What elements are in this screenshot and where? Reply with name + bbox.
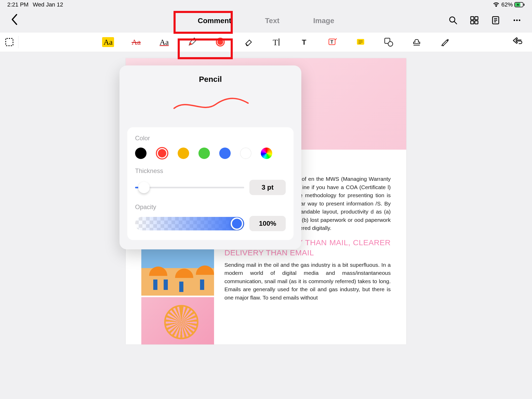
svg-rect-1 bbox=[524, 4, 524, 6]
shapes-tool[interactable] bbox=[382, 36, 395, 48]
battery-icon bbox=[514, 2, 525, 7]
area-select-tool[interactable] bbox=[5, 37, 14, 47]
color-label: Color bbox=[135, 135, 286, 142]
callout-tool[interactable]: T bbox=[326, 36, 339, 48]
highlight-tool[interactable]: Aa bbox=[102, 36, 114, 48]
svg-point-13 bbox=[514, 19, 515, 21]
color-swatch-custom[interactable] bbox=[261, 148, 272, 159]
document-image-2 bbox=[141, 297, 214, 344]
pencil-tool[interactable] bbox=[186, 36, 198, 48]
thickness-slider-knob[interactable] bbox=[138, 182, 150, 193]
wifi-icon bbox=[493, 2, 500, 8]
color-swatch-yellow[interactable] bbox=[178, 148, 189, 159]
thickness-slider[interactable] bbox=[135, 187, 244, 188]
svg-text:T: T bbox=[273, 38, 278, 47]
svg-text:T: T bbox=[302, 38, 306, 46]
status-bar: 2:21 PM Wed Jan 12 62% bbox=[0, 0, 532, 9]
search-icon[interactable] bbox=[448, 16, 458, 26]
svg-text:T: T bbox=[330, 39, 333, 45]
svg-rect-5 bbox=[471, 17, 474, 20]
stroke-preview bbox=[119, 89, 301, 120]
opacity-value: 100% bbox=[249, 216, 286, 231]
status-date: Wed Jan 12 bbox=[33, 1, 63, 8]
toolbar-divider bbox=[18, 36, 18, 48]
text-box-tool[interactable]: T bbox=[270, 36, 283, 48]
tab-image[interactable]: Image bbox=[313, 17, 334, 25]
thickness-value: 3 pt bbox=[249, 180, 286, 195]
pencil-settings-popover: Pencil Color Thickness 3 pt Opacity bbox=[119, 65, 301, 249]
svg-rect-6 bbox=[475, 17, 478, 20]
document-image-1 bbox=[141, 248, 214, 296]
undo-button[interactable] bbox=[512, 37, 523, 47]
more-icon[interactable] bbox=[512, 16, 522, 26]
opacity-slider-knob[interactable] bbox=[231, 217, 243, 230]
strikethrough-tool[interactable]: Aa bbox=[130, 36, 142, 48]
back-button[interactable] bbox=[10, 14, 18, 28]
battery-percent: 62% bbox=[501, 1, 513, 8]
color-swatch-red[interactable] bbox=[156, 147, 168, 159]
opacity-slider[interactable] bbox=[135, 217, 244, 230]
opacity-label: Opacity bbox=[135, 203, 286, 211]
bookmarks-icon[interactable] bbox=[491, 16, 500, 26]
thumbnails-icon[interactable] bbox=[470, 16, 479, 26]
color-swatch-white[interactable] bbox=[240, 148, 251, 159]
color-swatch-row bbox=[135, 147, 286, 159]
color-swatch-blue[interactable] bbox=[219, 148, 231, 159]
svg-point-27 bbox=[388, 42, 393, 46]
thickness-label: Thickness bbox=[135, 167, 286, 175]
svg-rect-16 bbox=[6, 38, 13, 46]
annotation-toolbar: Aa Aa Aa T T T bbox=[0, 32, 532, 52]
svg-point-14 bbox=[516, 19, 518, 21]
mode-tabs: Comment Text Image bbox=[198, 17, 334, 25]
text-tool[interactable]: T bbox=[298, 36, 311, 48]
svg-line-4 bbox=[454, 22, 457, 24]
tab-comment[interactable]: Comment bbox=[198, 17, 231, 25]
svg-point-15 bbox=[519, 19, 520, 21]
nav-bar: Comment Text Image bbox=[0, 9, 532, 32]
pencil-color-swatch[interactable] bbox=[214, 36, 227, 48]
popover-title: Pencil bbox=[119, 65, 301, 89]
svg-rect-7 bbox=[471, 21, 474, 24]
eraser-tool[interactable] bbox=[242, 36, 255, 48]
svg-rect-8 bbox=[475, 21, 478, 24]
signature-tool[interactable] bbox=[438, 36, 451, 48]
color-swatch-black[interactable] bbox=[135, 148, 147, 159]
status-time: 2:21 PM bbox=[7, 1, 29, 8]
underline-tool[interactable]: Aa bbox=[158, 36, 170, 48]
doc-paragraph-2: Sending mail in the oil and the gas indu… bbox=[224, 261, 391, 302]
tab-text[interactable]: Text bbox=[265, 17, 280, 25]
sticky-note-tool[interactable] bbox=[354, 36, 367, 48]
color-swatch-green[interactable] bbox=[198, 148, 210, 159]
stamp-tool[interactable] bbox=[410, 36, 423, 48]
